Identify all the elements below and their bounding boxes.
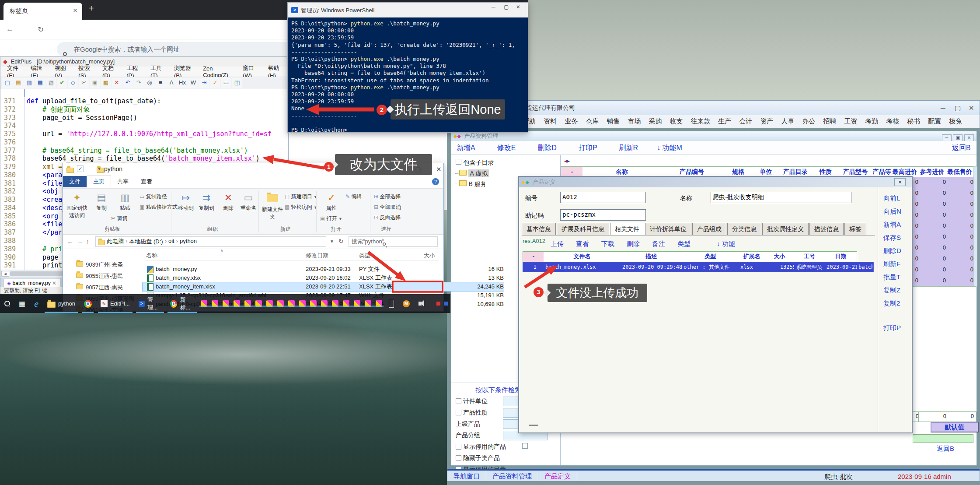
ps-close-icon[interactable]: ✕ [516,4,520,11]
breadcrumb-item[interactable]: oit [168,238,174,246]
editor-toolbar-icon[interactable]: ⇥ [199,78,209,88]
tray-volume-icon[interactable] [414,294,432,313]
file-table-header[interactable]: 大小 [765,251,795,263]
dialog-func-link[interactable]: ↓ 功能 [717,240,735,248]
file-action-link[interactable]: 类型 [677,240,691,248]
file-table-cell[interactable]: 13255 [765,262,798,272]
file-table-header[interactable]: 类型 [682,251,739,263]
dialog-tab[interactable]: 扩展及科目信息 [557,223,609,235]
editor-toolbar-icon[interactable]: ◎ [144,78,155,88]
task-view-button[interactable]: ▦ [14,294,30,313]
nav-up-icon[interactable]: ↑ [86,238,90,245]
erp-maximize-icon[interactable]: ▢ [955,105,961,111]
dialog-tab[interactable]: 分类信息 [727,223,761,235]
easy-access-button[interactable]: ▤ 轻松访问 ▼ [285,204,317,211]
paste-shortcut-button[interactable]: ▣ 粘贴快捷方式 [140,204,178,211]
tray-m-badge[interactable]: M [398,294,414,313]
nav-folder-item[interactable]: 9039广州-光圣 [76,260,123,269]
quick-check-icon[interactable]: ✓ [77,165,84,172]
help-icon[interactable]: ? [432,178,439,185]
mnemonic-input[interactable]: pc-pcszmx [560,209,646,221]
editor-toolbar-icon[interactable]: ✂ [79,78,89,88]
ribbon-tab[interactable]: 共享 [111,176,135,187]
grid-cell[interactable]: 0 [918,199,949,210]
checkbox[interactable] [456,398,461,404]
erp-menu-item[interactable]: 办公 [798,117,819,126]
grid-cell[interactable]: 0 [946,253,976,265]
filter-input[interactable] [583,164,640,164]
file-table-header[interactable]: 扩展名 [739,251,765,263]
side-button[interactable]: 刷新F [883,260,901,268]
editor-toolbar-icon[interactable]: ▣ [90,78,100,88]
erp-minimize-icon[interactable]: ─ [941,105,945,111]
status-tab[interactable]: 产品定义 [538,471,577,482]
copy-path-button[interactable]: ▭ 复制路径 [140,193,167,200]
ribbon-tab[interactable]: 查看 [135,176,158,187]
nav-back-icon[interactable]: ← [67,238,73,245]
new-tab-icon[interactable]: + [89,4,94,14]
erp-menu-item[interactable]: 往来款 [687,117,714,126]
taskbar-explorer-button[interactable]: python [43,294,80,313]
nav-forward-icon[interactable]: → [77,238,83,245]
grid-cell[interactable]: 0 [918,253,949,265]
erp-menu-item[interactable]: 生产 [714,117,735,126]
side-button[interactable]: 向前L [883,194,901,203]
side-button[interactable]: 复制2 [883,299,901,308]
tab-close-icon[interactable]: ✕ [73,7,78,14]
toolbar-link[interactable]: 新增A [457,144,475,153]
grid-cell[interactable]: 0 [946,232,976,243]
refresh-icon[interactable]: ↻ [338,238,344,245]
editor-toolbar-icon[interactable]: ▢ [2,78,13,88]
grid-cell[interactable]: 0 [918,264,949,276]
editor-toolbar-icon[interactable]: ≡ [155,78,166,88]
explorer-search-input[interactable]: 搜索"python" [349,236,438,247]
dialog-tab[interactable]: 相关文件 [610,223,644,235]
extra-checkbox[interactable] [522,443,528,449]
breadcrumb[interactable]: 此电脑›本地磁盘 (D:)›oit›python [95,236,326,247]
toolbar-link[interactable]: 删除D [537,144,557,153]
editor-toolbar-icon[interactable]: A [166,78,177,88]
file-action-link[interactable]: 下载 [601,240,614,248]
tree-item[interactable]: ┈A 虚拟 [455,168,489,179]
default-value-button[interactable]: 默认值 [931,422,979,432]
breadcrumb-item[interactable]: 本地磁盘 (D:) [129,238,163,246]
back-link-bottom[interactable]: 返回B [937,445,954,453]
status-tab[interactable]: 导航窗口 [447,471,486,482]
doc-tab[interactable]: ◈ batch_money.py ✕ [3,279,60,287]
grid-cell[interactable]: 0 [918,210,949,221]
file-table-cell[interactable]: 系统管理员 [794,262,829,272]
file-table-header[interactable]: 描述 [621,251,682,263]
menu-item[interactable]: Zen Coding(Z) [200,65,239,78]
dialog-tab[interactable]: 批次属性定义 [762,223,809,235]
dialog-tab[interactable]: 产品组成 [692,223,726,235]
file-table-cell[interactable]: batch_money.xlsx [544,262,624,272]
paste-button[interactable]: ▥粘贴 [114,192,136,212]
file-action-link[interactable]: 备注 [652,240,665,248]
erp-menu-item[interactable]: 秘书 [903,117,924,126]
select-all-button[interactable]: ⊞ 全部选择 [374,193,401,200]
grid-cell[interactable]: 0 [946,275,976,287]
grid-cell[interactable]: 0 [946,199,976,210]
taskbar-powershell-button[interactable]: >管理... [134,294,166,313]
editor-toolbar-icon[interactable]: ▦ [35,78,45,88]
reload-icon[interactable]: ↻ [38,25,44,34]
back-icon[interactable]: ← [6,25,14,34]
nav-folder-item[interactable]: 9055江西-惠民 [76,271,123,281]
file-table-cell[interactable]: 2023-09-20 09:29:48 [621,262,686,272]
editor-toolbar-icon[interactable]: ✓ [210,78,220,88]
rename-button[interactable]: ▭重命名 [237,192,260,212]
erp-menu-item[interactable]: 招聘 [819,117,840,126]
editor-toolbar-icon[interactable]: ✕ [112,78,122,88]
doc-close-icon[interactable]: ✕ [52,280,56,286]
file-row[interactable]: batch_money.py2023-09-21 09:33PY 文件16 KB [143,265,504,274]
dialog-tab[interactable]: 计价折算单位 [645,223,691,235]
taskbar-ie-button[interactable]: e [30,294,43,313]
file-table-cell[interactable]: xlsx [739,262,769,272]
file-table-cell[interactable]: 2023-09-21 [825,262,861,272]
grid-cell[interactable]: 0 [918,188,949,199]
search-condition-row[interactable]: 显示停用的产品 [456,442,560,452]
erp-menu-item[interactable]: 极兔 [945,117,966,126]
print-button[interactable]: 打印P [883,324,901,332]
erp-menu-item[interactable]: 考勤 [861,117,882,126]
copy-button[interactable]: ▤复制 [90,192,113,212]
